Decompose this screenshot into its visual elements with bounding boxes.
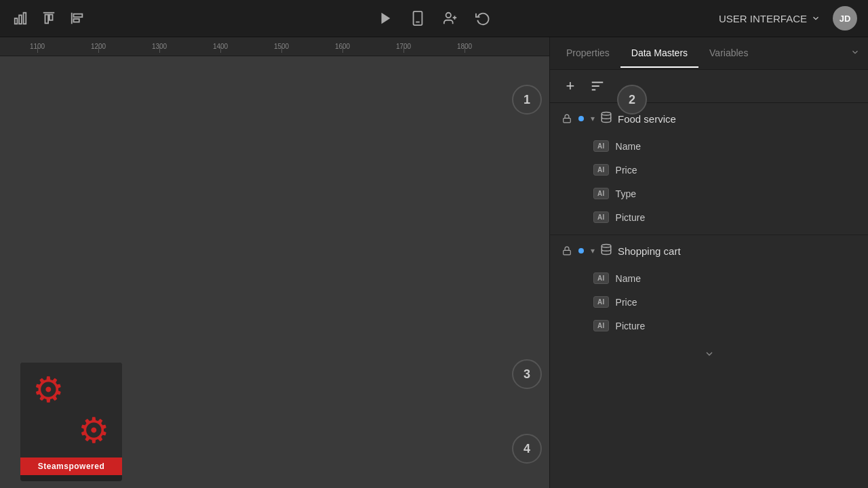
food-service-header[interactable]: ▾ Food service [550, 103, 868, 134]
data-field-item[interactable]: AI Price [583, 158, 868, 182]
ui-label-text: USER INTERFACE [719, 13, 807, 24]
undo-icon[interactable] [473, 9, 492, 28]
logo-label: Steamspowered [20, 458, 122, 475]
svg-point-21 [601, 245, 611, 248]
badge-4[interactable]: 4 [512, 434, 542, 464]
play-icon[interactable] [376, 9, 395, 28]
lock-dot-food [578, 116, 584, 121]
avatar[interactable]: JD [833, 6, 857, 30]
panel-tab-arrow-icon[interactable] [848, 45, 863, 62]
svg-rect-5 [50, 15, 53, 20]
scroll-down-arrow[interactable] [550, 343, 868, 365]
ruler-mark: 1200 [68, 47, 129, 53]
field-label: Type [616, 188, 636, 199]
ruler-mark: 1300 [129, 47, 190, 53]
ruler-mark: 1100 [7, 47, 68, 53]
food-service-fields: AI Name AI Price AI Type AI Picture [550, 134, 868, 235]
gear2-icon: ⚙ [78, 410, 110, 451]
ruler-mark: 1700 [373, 47, 434, 53]
tab-variables[interactable]: Variables [698, 39, 759, 68]
field-label: Price [616, 165, 637, 176]
svg-point-12 [446, 13, 451, 18]
shopping-cart-header[interactable]: ▾ Shopping cart [550, 235, 857, 266]
shopping-cart-title: Shopping cart [618, 245, 681, 257]
right-panel: Properties Data Masters Variables 1 + [549, 37, 868, 488]
db-cart-icon [600, 243, 612, 258]
food-service-section: ▾ Food service AI Name AI Price AI Type … [550, 103, 868, 235]
ruler-mark: 1500 [251, 47, 312, 53]
data-field-item[interactable]: AI Type [583, 182, 868, 205]
shopping-cart-row: 3 ▾ [550, 235, 868, 343]
ruler-mark: 1800 [434, 47, 495, 53]
data-field-item[interactable]: AI Name [583, 266, 857, 290]
badge-1-overlay[interactable]: 1 [512, 85, 542, 115]
lock-dot-cart [578, 248, 584, 253]
ai-badge: AI [593, 272, 609, 284]
badge-2-overlay[interactable]: 2 [617, 85, 647, 115]
add-data-master-button[interactable]: + [561, 77, 580, 96]
ruler-mark: 1600 [312, 47, 373, 53]
add-icon: + [566, 77, 575, 95]
gear1-icon: ⚙ [33, 369, 64, 410]
svg-point-19 [601, 113, 611, 116]
main-area: 11001200130014001500160017001800 ⚙ ⚙ Ste… [0, 37, 868, 488]
ruler-marks: 11001200130014001500160017001800 [0, 47, 495, 53]
panel-tabs: Properties Data Masters Variables [550, 37, 868, 70]
toolbar: USER INTERFACE JD [0, 0, 868, 37]
shopping-cart-section: ▾ Shopping cart AI Name AI Price [550, 235, 857, 343]
avatar-initials: JD [840, 14, 851, 24]
ai-badge: AI [593, 320, 609, 331]
ai-badge: AI [593, 296, 609, 308]
tab-properties[interactable]: Properties [555, 39, 620, 68]
svg-rect-0 [15, 18, 18, 24]
ui-label-button[interactable]: USER INTERFACE [713, 10, 826, 27]
lock-icon-food [561, 113, 573, 125]
panel-content: ▾ Food service AI Name AI Price AI Type … [550, 103, 868, 488]
svg-rect-20 [564, 250, 571, 254]
svg-rect-4 [45, 15, 49, 24]
svg-rect-2 [24, 13, 26, 24]
chevron-food-icon[interactable]: ▾ [591, 114, 595, 123]
svg-rect-1 [19, 15, 22, 24]
field-label: Picture [616, 321, 646, 331]
field-label: Name [616, 273, 641, 284]
panel-toolbar: 1 + 2 [550, 70, 868, 103]
data-field-item[interactable]: AI Price [583, 290, 857, 314]
ai-badge: AI [593, 211, 609, 223]
canvas-content: ⚙ ⚙ Steamspowered [0, 56, 549, 488]
chevron-down-icon [811, 14, 821, 23]
data-field-item[interactable]: AI Name [583, 134, 868, 158]
align-top-icon[interactable] [39, 9, 58, 28]
svg-marker-9 [382, 13, 391, 24]
logo-inner: ⚙ ⚙ [20, 363, 122, 458]
svg-rect-8 [74, 19, 79, 22]
add-user-icon[interactable] [441, 9, 460, 28]
field-label: Price [616, 297, 637, 308]
align-left-icon[interactable] [68, 9, 87, 28]
data-field-item[interactable]: AI Picture [583, 314, 857, 338]
mobile-icon[interactable] [408, 9, 427, 28]
food-service-title: Food service [618, 113, 676, 125]
tab-data-masters[interactable]: Data Masters [620, 39, 698, 68]
ai-badge: AI [593, 164, 609, 176]
db-food-icon [600, 111, 612, 126]
toolbar-left-tools [11, 9, 87, 28]
sort-icon[interactable] [588, 77, 607, 96]
badge-3[interactable]: 3 [512, 359, 542, 389]
toolbar-right: USER INTERFACE JD [713, 6, 857, 30]
field-label: Picture [616, 212, 646, 223]
toolbar-center-tools [376, 9, 492, 28]
bar-chart-icon[interactable] [11, 9, 30, 28]
svg-rect-10 [414, 12, 422, 25]
svg-rect-7 [74, 14, 83, 18]
ai-badge: AI [593, 140, 609, 152]
ruler: 11001200130014001500160017001800 [0, 37, 549, 56]
svg-rect-18 [564, 118, 571, 122]
ruler-mark: 1400 [190, 47, 251, 53]
data-field-item[interactable]: AI Picture [583, 205, 868, 229]
logo-widget[interactable]: ⚙ ⚙ Steamspowered [20, 363, 122, 481]
chevron-cart-icon[interactable]: ▾ [591, 246, 595, 256]
canvas-area[interactable]: 11001200130014001500160017001800 ⚙ ⚙ Ste… [0, 37, 549, 488]
shopping-cart-fields: AI Name AI Price AI Picture [550, 266, 857, 343]
field-label: Name [616, 141, 641, 152]
